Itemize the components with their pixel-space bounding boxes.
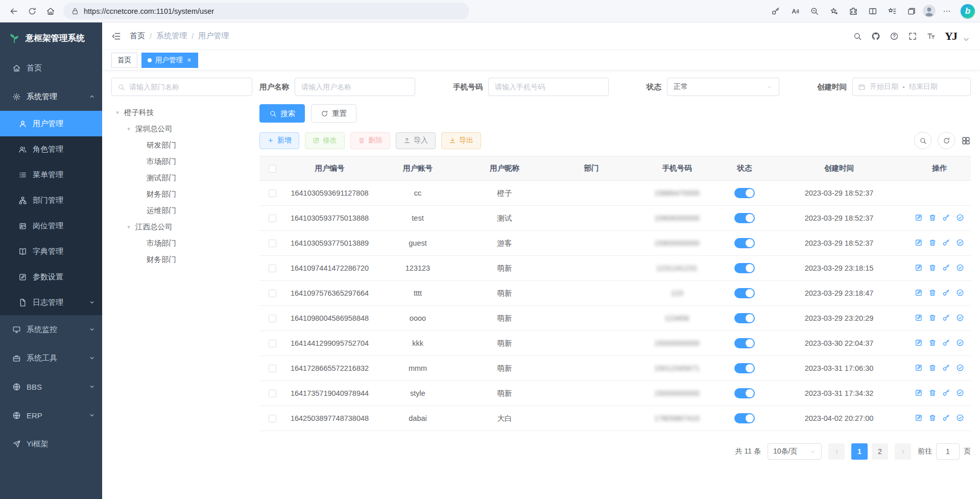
- delete-icon[interactable]: [928, 389, 937, 397]
- assign-role-icon[interactable]: [956, 213, 964, 222]
- status-toggle[interactable]: [734, 238, 755, 248]
- font-size-icon[interactable]: [926, 32, 936, 41]
- reset-password-icon[interactable]: [942, 364, 950, 372]
- tree-node[interactable]: 研发部门: [111, 137, 252, 153]
- reset-password-icon[interactable]: [942, 289, 950, 297]
- row-checkbox[interactable]: [269, 215, 276, 222]
- tree-node[interactable]: 橙子科技: [111, 104, 252, 121]
- edit-icon[interactable]: [915, 339, 923, 347]
- reset-password-icon[interactable]: [942, 389, 950, 397]
- assign-role-icon[interactable]: [956, 339, 964, 347]
- site-permissions-icon[interactable]: [71, 7, 79, 15]
- row-checkbox[interactable]: [269, 240, 276, 247]
- status-toggle[interactable]: [734, 288, 755, 298]
- delete-icon[interactable]: [928, 414, 937, 422]
- status-toggle[interactable]: [734, 263, 755, 273]
- toggle-search-button[interactable]: [914, 132, 931, 149]
- edit-icon[interactable]: [915, 264, 923, 272]
- sidebar-item[interactable]: 角色管理: [0, 136, 102, 162]
- sidebar-item[interactable]: 参数设置: [0, 264, 102, 290]
- tab-home[interactable]: 首页: [111, 53, 137, 68]
- browser-profile-avatar[interactable]: [922, 4, 936, 18]
- sidebar-item[interactable]: Yi框架: [0, 430, 102, 458]
- row-checkbox[interactable]: [269, 315, 276, 322]
- sidebar-item[interactable]: ERP: [0, 401, 102, 430]
- edit-button[interactable]: 修改: [305, 132, 345, 149]
- sidebar-item[interactable]: 日志管理: [0, 290, 102, 315]
- tree-node[interactable]: 财务部门: [111, 251, 252, 268]
- row-checkbox[interactable]: [269, 189, 276, 197]
- sidebar-item[interactable]: 系统管理: [0, 82, 102, 111]
- row-checkbox[interactable]: [269, 265, 276, 272]
- reset-password-icon[interactable]: [942, 414, 950, 422]
- browser-home-button[interactable]: [42, 3, 59, 20]
- row-checkbox[interactable]: [269, 365, 276, 372]
- row-checkbox[interactable]: [269, 390, 276, 397]
- tree-node[interactable]: 财务部门: [111, 186, 252, 202]
- status-toggle[interactable]: [734, 188, 755, 198]
- address-bar[interactable]: https://ccnetcore.com:1101/system/user: [63, 3, 469, 19]
- delete-icon[interactable]: [928, 364, 937, 372]
- assign-role-icon[interactable]: [956, 364, 964, 372]
- row-checkbox[interactable]: [269, 340, 276, 347]
- sidebar-item[interactable]: 岗位管理: [0, 213, 102, 239]
- sidebar-item[interactable]: 系统工具: [0, 344, 102, 372]
- delete-button[interactable]: 删除: [350, 132, 390, 149]
- date-range-picker[interactable]: 开始日期 - 结束日期: [852, 78, 971, 96]
- tree-node[interactable]: 市场部门: [111, 153, 252, 170]
- status-toggle[interactable]: [734, 338, 755, 348]
- dept-search-input[interactable]: [129, 83, 246, 91]
- column-settings-button[interactable]: [961, 136, 971, 146]
- assign-role-icon[interactable]: [956, 389, 964, 397]
- delete-icon[interactable]: [928, 289, 937, 297]
- status-toggle[interactable]: [734, 388, 755, 398]
- assign-role-icon[interactable]: [956, 264, 964, 272]
- delete-icon[interactable]: [928, 213, 937, 222]
- username-input[interactable]: [295, 78, 415, 96]
- select-all-checkbox[interactable]: [269, 165, 276, 173]
- tree-node[interactable]: 运维部门: [111, 202, 252, 219]
- tree-node[interactable]: 江西总公司: [111, 219, 252, 235]
- github-icon[interactable]: [871, 32, 880, 41]
- search-button[interactable]: 搜索: [259, 104, 305, 123]
- reset-password-icon[interactable]: [942, 213, 950, 222]
- phone-input[interactable]: [488, 78, 609, 96]
- user-logo-badge[interactable]: YJ: [945, 30, 957, 43]
- favorites-bar-icon[interactable]: [883, 3, 901, 20]
- fullscreen-icon[interactable]: [908, 32, 917, 41]
- sidebar-item[interactable]: BBS: [0, 372, 102, 401]
- next-page-button[interactable]: [895, 443, 911, 460]
- delete-icon[interactable]: [928, 239, 937, 247]
- reset-button[interactable]: 重置: [311, 104, 356, 123]
- sidebar-item[interactable]: 字典管理: [0, 239, 102, 264]
- assign-role-icon[interactable]: [956, 239, 964, 247]
- page-button[interactable]: 1: [851, 443, 868, 460]
- row-checkbox[interactable]: [269, 290, 276, 297]
- status-select[interactable]: 正常: [667, 78, 779, 96]
- tab-user-management[interactable]: 用户管理: [141, 53, 198, 68]
- prev-page-button[interactable]: [828, 443, 845, 460]
- edit-icon[interactable]: [915, 213, 923, 222]
- edit-icon[interactable]: [915, 389, 923, 397]
- assign-role-icon[interactable]: [956, 414, 964, 422]
- status-toggle[interactable]: [734, 313, 755, 323]
- page-size-select[interactable]: 10条/页: [768, 443, 822, 460]
- assign-role-icon[interactable]: [956, 289, 964, 297]
- more-menu-icon[interactable]: [938, 3, 955, 20]
- assign-role-icon[interactable]: [956, 314, 964, 322]
- tree-node[interactable]: 测试部门: [111, 170, 252, 186]
- add-button[interactable]: 新增: [259, 132, 299, 149]
- password-key-icon[interactable]: [767, 3, 784, 20]
- sidebar-collapse-icon[interactable]: [111, 31, 122, 41]
- reset-password-icon[interactable]: [942, 339, 950, 347]
- collections-icon[interactable]: [903, 3, 920, 20]
- back-button[interactable]: [5, 3, 22, 20]
- delete-icon[interactable]: [928, 264, 937, 272]
- read-aloud-icon[interactable]: [786, 3, 804, 20]
- edit-icon[interactable]: [915, 314, 923, 322]
- sidebar-item[interactable]: 菜单管理: [0, 162, 102, 187]
- help-icon[interactable]: [890, 32, 899, 41]
- export-button[interactable]: 导出: [441, 132, 481, 149]
- reset-password-icon[interactable]: [942, 239, 950, 247]
- reset-password-icon[interactable]: [942, 314, 950, 322]
